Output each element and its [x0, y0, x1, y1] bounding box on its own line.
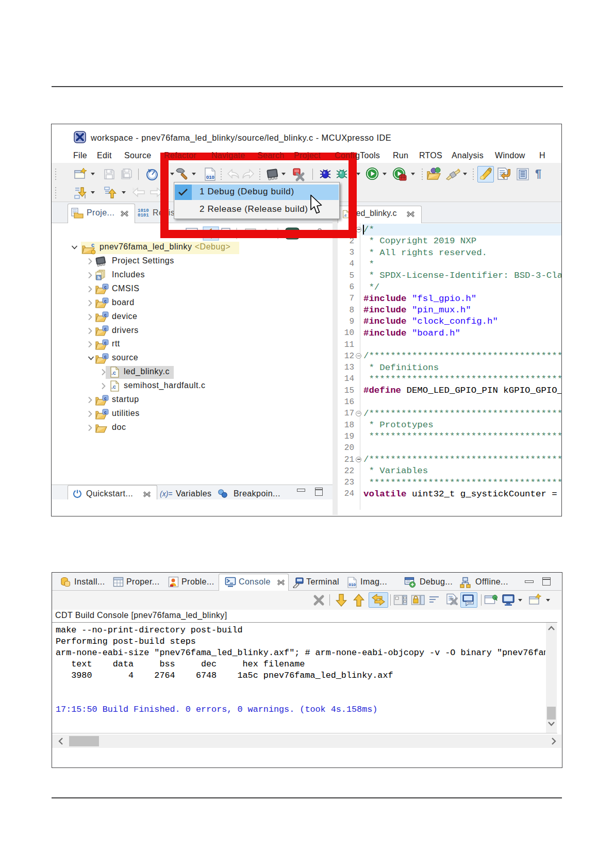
svg-text:c: c [104, 410, 107, 415]
svg-text:.c: .c [111, 370, 116, 376]
svg-text:.c: .c [343, 213, 347, 218]
svg-text:c: c [104, 326, 107, 331]
svg-text:c: c [104, 312, 107, 318]
svg-text:010: 010 [206, 174, 214, 180]
svg-text:c: c [104, 298, 107, 304]
svg-text:c: c [91, 242, 94, 248]
svg-text:h: h [97, 275, 101, 280]
svg-text:c: c [104, 340, 107, 345]
svg-text:.c: .c [111, 383, 116, 390]
svg-text:c: c [104, 396, 107, 401]
svg-text:c: c [104, 285, 107, 290]
svg-text:c: c [104, 354, 107, 359]
svg-text:010: 010 [349, 582, 356, 587]
